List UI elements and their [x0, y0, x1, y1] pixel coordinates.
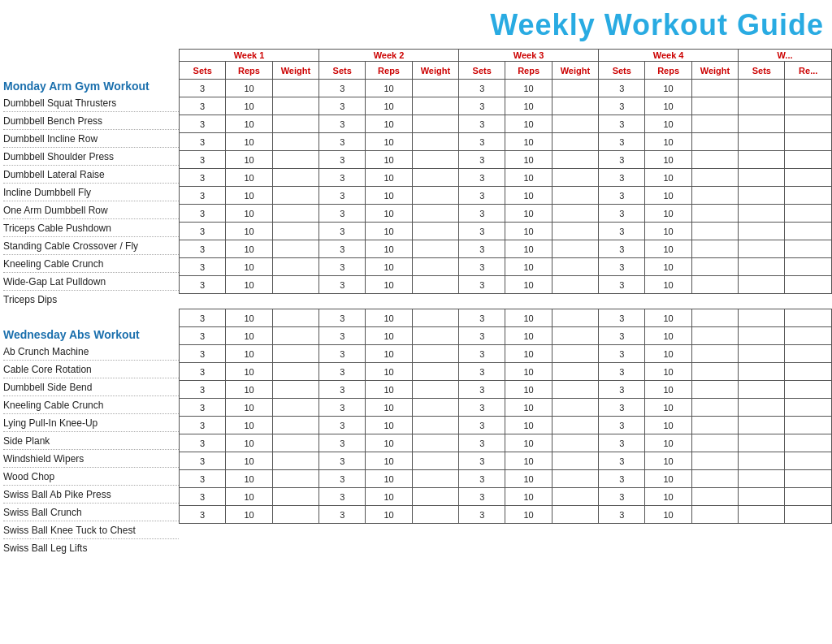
reps-cell[interactable] — [785, 488, 832, 506]
sets-cell[interactable] — [739, 417, 785, 434]
weight-cell[interactable] — [552, 151, 598, 169]
reps-cell[interactable] — [785, 223, 832, 240]
weight-cell[interactable] — [412, 240, 458, 258]
reps-cell[interactable] — [785, 97, 832, 115]
reps-cell[interactable]: 10 — [226, 345, 272, 363]
weight-cell[interactable] — [552, 399, 598, 417]
reps-cell[interactable]: 10 — [645, 151, 691, 169]
sets-cell[interactable]: 3 — [459, 417, 505, 434]
reps-cell[interactable]: 10 — [645, 399, 691, 417]
weight-cell[interactable] — [691, 399, 738, 417]
weight-cell[interactable] — [691, 223, 738, 240]
sets-cell[interactable]: 3 — [459, 151, 505, 169]
reps-cell[interactable]: 10 — [366, 97, 412, 115]
weight-cell[interactable] — [552, 434, 598, 452]
reps-cell[interactable] — [785, 381, 832, 399]
weight-cell[interactable] — [272, 240, 318, 258]
weight-cell[interactable] — [272, 97, 318, 115]
sets-cell[interactable] — [739, 258, 785, 276]
weight-cell[interactable] — [691, 258, 738, 276]
reps-cell[interactable]: 10 — [645, 506, 691, 524]
weight-cell[interactable] — [552, 240, 598, 258]
weight-cell[interactable] — [272, 205, 318, 223]
sets-cell[interactable]: 3 — [180, 80, 226, 97]
sets-cell[interactable]: 3 — [180, 470, 226, 488]
sets-cell[interactable]: 3 — [180, 97, 226, 115]
weight-cell[interactable] — [412, 258, 458, 276]
weight-cell[interactable] — [272, 151, 318, 169]
weight-cell[interactable] — [691, 205, 738, 223]
sets-cell[interactable]: 3 — [459, 345, 505, 363]
weight-cell[interactable] — [691, 80, 738, 97]
reps-cell[interactable]: 10 — [505, 133, 552, 151]
weight-cell[interactable] — [552, 345, 598, 363]
sets-cell[interactable] — [739, 133, 785, 151]
reps-cell[interactable] — [785, 258, 832, 276]
reps-cell[interactable]: 10 — [645, 80, 691, 97]
reps-cell[interactable]: 10 — [505, 417, 552, 434]
reps-cell[interactable]: 10 — [226, 223, 272, 240]
sets-cell[interactable]: 3 — [319, 452, 366, 470]
weight-cell[interactable] — [691, 452, 738, 470]
reps-cell[interactable]: 10 — [645, 417, 691, 434]
sets-cell[interactable] — [739, 363, 785, 381]
sets-cell[interactable]: 3 — [599, 345, 645, 363]
weight-cell[interactable] — [691, 151, 738, 169]
weight-cell[interactable] — [552, 363, 598, 381]
sets-cell[interactable] — [739, 205, 785, 223]
sets-cell[interactable]: 3 — [180, 133, 226, 151]
weight-cell[interactable] — [552, 327, 598, 345]
reps-cell[interactable]: 10 — [645, 115, 691, 133]
weight-cell[interactable] — [552, 133, 598, 151]
sets-cell[interactable]: 3 — [319, 345, 366, 363]
weight-cell[interactable] — [552, 223, 598, 240]
reps-cell[interactable]: 10 — [645, 187, 691, 205]
reps-cell[interactable] — [785, 434, 832, 452]
reps-cell[interactable]: 10 — [505, 151, 552, 169]
reps-cell[interactable]: 10 — [366, 381, 412, 399]
sets-cell[interactable]: 3 — [319, 223, 366, 240]
reps-cell[interactable]: 10 — [366, 399, 412, 417]
sets-cell[interactable] — [739, 327, 785, 345]
reps-cell[interactable]: 10 — [226, 97, 272, 115]
sets-cell[interactable]: 3 — [599, 151, 645, 169]
sets-cell[interactable]: 3 — [180, 452, 226, 470]
sets-cell[interactable] — [739, 506, 785, 524]
sets-cell[interactable]: 3 — [319, 187, 366, 205]
weight-cell[interactable] — [691, 115, 738, 133]
sets-cell[interactable]: 3 — [319, 363, 366, 381]
sets-cell[interactable]: 3 — [319, 488, 366, 506]
sets-cell[interactable]: 3 — [319, 434, 366, 452]
reps-cell[interactable]: 10 — [505, 115, 552, 133]
reps-cell[interactable] — [785, 309, 832, 327]
reps-cell[interactable]: 10 — [226, 151, 272, 169]
weight-cell[interactable] — [272, 470, 318, 488]
reps-cell[interactable]: 10 — [645, 223, 691, 240]
sets-cell[interactable]: 3 — [180, 258, 226, 276]
sets-cell[interactable]: 3 — [599, 80, 645, 97]
sets-cell[interactable]: 3 — [599, 258, 645, 276]
sets-cell[interactable]: 3 — [599, 223, 645, 240]
reps-cell[interactable]: 10 — [505, 169, 552, 187]
sets-cell[interactable]: 3 — [319, 133, 366, 151]
sets-cell[interactable]: 3 — [319, 327, 366, 345]
weight-cell[interactable] — [691, 276, 738, 294]
sets-cell[interactable]: 3 — [319, 169, 366, 187]
sets-cell[interactable]: 3 — [599, 452, 645, 470]
sets-cell[interactable]: 3 — [459, 115, 505, 133]
reps-cell[interactable]: 10 — [226, 240, 272, 258]
reps-cell[interactable]: 10 — [645, 258, 691, 276]
reps-cell[interactable]: 10 — [366, 363, 412, 381]
weight-cell[interactable] — [412, 97, 458, 115]
reps-cell[interactable]: 10 — [645, 470, 691, 488]
sets-cell[interactable]: 3 — [319, 399, 366, 417]
sets-cell[interactable]: 3 — [599, 309, 645, 327]
sets-cell[interactable] — [739, 80, 785, 97]
reps-cell[interactable] — [785, 506, 832, 524]
sets-cell[interactable]: 3 — [319, 97, 366, 115]
reps-cell[interactable]: 10 — [226, 327, 272, 345]
reps-cell[interactable]: 10 — [645, 434, 691, 452]
sets-cell[interactable]: 3 — [319, 276, 366, 294]
sets-cell[interactable]: 3 — [180, 381, 226, 399]
reps-cell[interactable]: 10 — [645, 327, 691, 345]
